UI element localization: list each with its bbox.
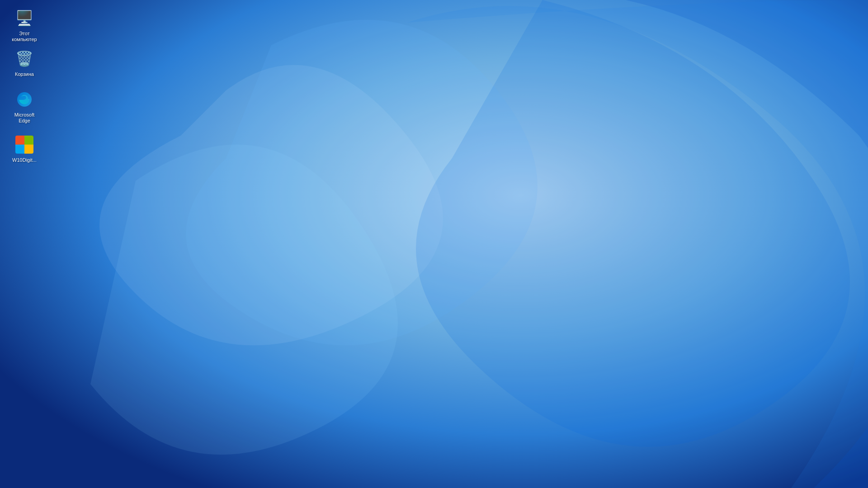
svg-rect-0 — [0, 0, 868, 488]
w10digital-icon — [14, 134, 35, 155]
desktop-icon-this-pc[interactable]: 🖥️ Этот компьютер — [6, 5, 42, 45]
desktop-icon-recycle-bin[interactable]: 🗑️ Корзина — [6, 45, 42, 80]
this-pc-label: Этот компьютер — [9, 31, 40, 42]
w10digital-label: W10Digit... — [12, 157, 37, 163]
recycle-bin-icon: 🗑️ — [14, 48, 35, 70]
desktop-icon-w10digital[interactable]: W10Digit... — [6, 131, 42, 166]
this-pc-icon: 🖥️ — [14, 7, 35, 29]
desktop-icon-edge[interactable]: MicrosoftEdge — [6, 86, 42, 127]
edge-desktop-label: MicrosoftEdge — [14, 112, 35, 124]
edge-desktop-icon — [14, 89, 35, 110]
recycle-bin-label: Корзина — [15, 71, 34, 77]
